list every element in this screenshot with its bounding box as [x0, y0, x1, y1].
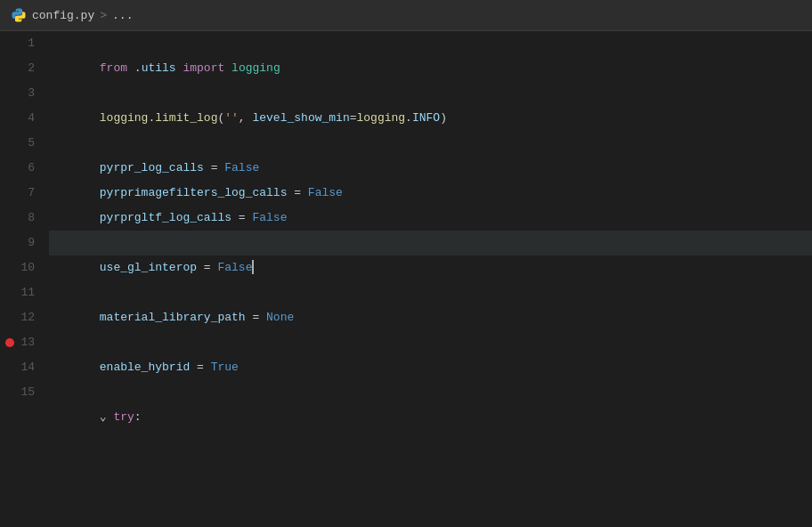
- breadcrumb: ...: [112, 9, 133, 22]
- var-use-gl-interop: use_gl_interop: [100, 261, 197, 274]
- var-pyrpr-log-calls: pyrpr_log_calls: [100, 161, 204, 174]
- const-info: INFO: [412, 111, 440, 125]
- code-line-3: logging.limit_log('', level_show_min=log…: [49, 81, 812, 106]
- keyword-try: try: [113, 410, 134, 424]
- text-cursor: [252, 260, 254, 274]
- line-num-6: 6: [0, 156, 49, 181]
- line-num-8: 8: [0, 206, 49, 231]
- line-num-9: 9: [0, 231, 49, 255]
- value-false-4: False: [217, 261, 252, 274]
- module-utils: .utils: [134, 61, 176, 75]
- title-separator: >: [100, 9, 107, 22]
- editor-container: 1 2 3 4 5 6 7 8 9 10 11 12 13 14 15 from…: [0, 31, 812, 527]
- line-num-12: 12: [0, 305, 49, 330]
- value-false-3: False: [252, 211, 287, 224]
- filename: config.py: [32, 9, 94, 22]
- keyword-import: import: [183, 61, 224, 75]
- line-num-7: 7: [0, 181, 49, 206]
- string-empty: '': [224, 111, 239, 125]
- func-logging-limit-log: logging.limit_log: [100, 111, 218, 125]
- keyword-from: from: [100, 61, 127, 75]
- code-area[interactable]: from .utils import logging logging.limit…: [49, 31, 812, 527]
- code-line-5: pyrpr_log_calls = False: [49, 131, 812, 156]
- title-bar: config.py > ...: [0, 0, 812, 31]
- line-num-15: 15: [0, 380, 49, 405]
- code-line-15: ⌄ try:: [49, 380, 812, 405]
- line-num-11: 11: [0, 280, 49, 305]
- var-enable-hybrid: enable_hybrid: [100, 361, 190, 374]
- line-num-3: 3: [0, 81, 49, 106]
- line-num-1: 1: [0, 31, 49, 56]
- line-numbers: 1 2 3 4 5 6 7 8 9 10 11 12 13 14 15: [0, 31, 49, 527]
- value-none: None: [266, 311, 294, 324]
- python-icon: [11, 7, 27, 23]
- code-line-11: material_library_path = None: [49, 280, 812, 305]
- collapse-icon: ⌄: [100, 410, 114, 424]
- value-false-2: False: [308, 186, 343, 199]
- var-pyrprimage-log-calls: pyrprimagefilters_log_calls: [100, 186, 288, 199]
- line-num-2: 2: [0, 56, 49, 81]
- code-line-9: use_gl_interop = False: [49, 231, 812, 255]
- code-line-1: from .utils import logging: [49, 31, 812, 56]
- line-num-10: 10: [0, 255, 49, 280]
- code-line-13: enable_hybrid = True: [49, 330, 812, 355]
- var-pyrprgltf-log-calls: pyrprgltf_log_calls: [100, 211, 231, 224]
- line-num-5: 5: [0, 131, 49, 156]
- func-logging-info: logging: [357, 111, 406, 125]
- value-false-1: False: [224, 161, 259, 174]
- line-num-4: 4: [0, 106, 49, 131]
- var-material-library-path: material_library_path: [100, 311, 246, 324]
- import-logging: logging: [231, 61, 280, 75]
- value-true: True: [211, 361, 239, 374]
- line-num-14: 14: [0, 355, 49, 380]
- line-num-13: 13: [0, 330, 49, 355]
- param-level-show-min: level_show_min: [252, 111, 349, 125]
